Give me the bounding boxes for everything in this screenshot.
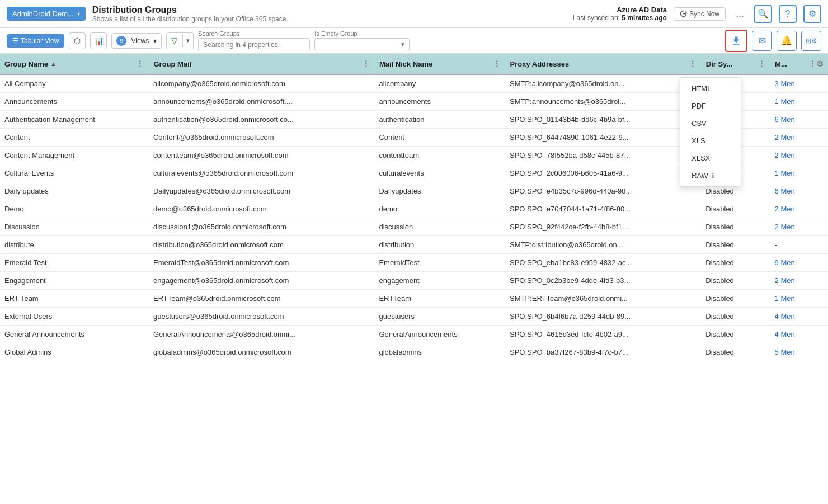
members-link[interactable]: 2 Men xyxy=(775,133,795,142)
members-link[interactable]: 1 Men xyxy=(775,97,795,106)
cell-group-mail: demo@o365droid.onmicrosoft.com xyxy=(149,200,374,218)
help-button[interactable]: ? xyxy=(779,5,797,23)
alert-button[interactable]: 🔔 xyxy=(777,31,797,51)
export-icon-button[interactable]: ⬡ xyxy=(69,32,86,49)
column-settings-button[interactable]: ⊞⚙ xyxy=(801,31,821,51)
cell-members[interactable]: 2 Men xyxy=(770,200,828,218)
filter-dropdown-arrow[interactable]: ▾ xyxy=(182,34,193,47)
cell-members[interactable]: 3 Men xyxy=(770,74,828,93)
global-search-button[interactable]: 🔍 xyxy=(754,5,772,23)
col-menu-icon[interactable]: ⋮⚙ xyxy=(808,59,824,68)
table-row: Engagement engagement@o365droid.onmicros… xyxy=(0,272,828,290)
mail-button[interactable]: ✉ xyxy=(752,31,772,51)
members-link[interactable]: 6 Men xyxy=(775,187,795,195)
cell-group-name: Content xyxy=(0,129,149,147)
chevron-down-icon: ▾ xyxy=(153,37,157,45)
cell-proxy: SPO:SPO_4615d3ed-fcfe-4b02-a9... xyxy=(505,326,701,343)
toolbar: ☰ Tabular View ⬡ 📊 9 Views ▾ ▽ ▾ Search … xyxy=(0,28,828,54)
col-menu-icon[interactable]: ⋮ xyxy=(689,59,697,68)
filter-icon[interactable]: ▽ xyxy=(167,33,182,49)
members-dash: - xyxy=(775,241,777,249)
export-xlsx[interactable]: XLSX xyxy=(680,149,741,167)
cell-members[interactable]: 2 Men xyxy=(770,218,828,236)
columns-icon: ⊞⚙ xyxy=(806,37,817,45)
sync-now-button[interactable]: Sync Now xyxy=(674,7,726,21)
col-menu-icon[interactable]: ⋮ xyxy=(493,59,501,68)
bell-icon: 🔔 xyxy=(781,35,792,46)
is-empty-select[interactable]: ▾ xyxy=(314,38,410,51)
cell-dir-sync: Disabled xyxy=(701,200,770,218)
cell-group-mail: contentteam@o365droid.onmicrosoft.com xyxy=(149,147,374,164)
cell-group-mail: discussion1@o365droid.onmicrosoft.com xyxy=(149,218,374,236)
page-title: Distribution Groups xyxy=(92,5,566,15)
app-selector[interactable]: AdminDroid Dem... ▾ xyxy=(7,7,86,21)
table-row: Emerald Test EmeraldTest@o365droid.onmic… xyxy=(0,254,828,272)
col-menu-icon[interactable]: ⋮ xyxy=(362,59,370,68)
cell-proxy: SPO:SPO_92f442ce-f2fb-44b8-bf1... xyxy=(505,218,701,236)
members-link[interactable]: 1 Men xyxy=(775,169,795,177)
members-link[interactable]: 2 Men xyxy=(775,151,795,159)
table-row: External Users guestusers@o365droid.onmi… xyxy=(0,308,828,326)
members-link[interactable]: 4 Men xyxy=(775,312,795,321)
export-xls[interactable]: XLS xyxy=(680,132,741,149)
sync-time: Last synced on: 5 minutes ago xyxy=(573,14,667,22)
cell-proxy: SPO:SPO_e4b35c7c-996d-440a-98... xyxy=(505,182,701,200)
views-selector[interactable]: 9 Views ▾ xyxy=(111,33,162,49)
cell-members[interactable]: 2 Men xyxy=(770,272,828,290)
cell-proxy: SPO:SPO_6b4f6b7a-d259-44db-89... xyxy=(505,308,701,326)
cell-group-name: ERT Team xyxy=(0,290,149,308)
xlsx-option-label: XLSX xyxy=(691,154,710,162)
members-link[interactable]: 6 Men xyxy=(775,115,795,124)
cell-members[interactable]: 2 Men xyxy=(770,147,828,164)
export-raw[interactable]: RAW ℹ xyxy=(680,167,741,184)
cell-members[interactable]: 2 Men xyxy=(770,129,828,147)
members-link[interactable]: 9 Men xyxy=(775,258,795,267)
tabular-view-button[interactable]: ☰ Tabular View xyxy=(7,34,64,48)
gear-icon: ⚙ xyxy=(808,8,816,19)
cell-group-name: Content Management xyxy=(0,147,149,164)
cell-group-mail: Dailyupdates@o365droid.onmicrosoft.com xyxy=(149,182,374,200)
chevron-down-icon: ▾ xyxy=(77,11,80,17)
cell-group-name: All Company xyxy=(0,74,149,93)
members-link[interactable]: 1 Men xyxy=(775,294,795,303)
cell-members[interactable]: 6 Men xyxy=(770,111,828,129)
cell-members[interactable]: 9 Men xyxy=(770,254,828,272)
filter-button[interactable]: ▽ ▾ xyxy=(166,32,194,49)
members-link[interactable]: 5 Men xyxy=(775,348,795,356)
cell-proxy: SPO:SPO_64474890-1061-4e22-9... xyxy=(505,129,701,147)
cell-members[interactable]: 4 Men xyxy=(770,308,828,326)
cell-members[interactable]: 4 Men xyxy=(770,326,828,343)
cell-group-mail: authentication@o365droid.onmicrosoft.co.… xyxy=(149,111,374,129)
cell-members[interactable]: 5 Men xyxy=(770,343,828,361)
cell-mail-nick: allcompany xyxy=(374,74,505,93)
col-menu-icon[interactable]: ⋮ xyxy=(758,59,765,68)
export-csv[interactable]: CSV xyxy=(680,115,741,132)
search-input[interactable] xyxy=(198,38,310,51)
cell-group-mail: globaladmins@o365droid.onmicrosoft.com xyxy=(149,343,374,361)
cell-members[interactable]: 1 Men xyxy=(770,164,828,182)
cell-proxy: SMTP:allcompany@o365droid.on... xyxy=(505,74,701,93)
members-link[interactable]: 2 Men xyxy=(775,276,795,285)
members-link[interactable]: 3 Men xyxy=(775,79,795,88)
members-link[interactable]: 2 Men xyxy=(775,223,795,231)
members-link[interactable]: 4 Men xyxy=(775,330,795,338)
col-menu-icon[interactable]: ⋮ xyxy=(136,59,144,68)
chart-button[interactable]: 📊 xyxy=(90,32,107,49)
cell-dir-sync: Disabled xyxy=(701,254,770,272)
cell-members[interactable]: 1 Men xyxy=(770,93,828,111)
export-pdf[interactable]: PDF xyxy=(680,97,741,115)
cell-members[interactable]: 6 Men xyxy=(770,182,828,200)
cell-mail-nick: authentication xyxy=(374,111,505,129)
cell-group-mail: distribution@o365droid.onmicrosoft.com xyxy=(149,236,374,254)
cell-dir-sync: Disabled xyxy=(701,343,770,361)
settings-button[interactable]: ⚙ xyxy=(803,5,821,23)
cell-mail-nick: globaladmins xyxy=(374,343,505,361)
export-html[interactable]: HTML xyxy=(680,80,741,97)
cell-members[interactable]: 1 Men xyxy=(770,290,828,308)
download-button[interactable] xyxy=(725,30,747,52)
more-options-button[interactable]: ... xyxy=(732,6,747,22)
page-title-block: Distribution Groups Shows a list of all … xyxy=(92,5,566,23)
csv-option-label: CSV xyxy=(691,119,707,128)
table-row: Demo demo@o365droid.onmicrosoft.com demo… xyxy=(0,200,828,218)
members-link[interactable]: 2 Men xyxy=(775,205,795,213)
